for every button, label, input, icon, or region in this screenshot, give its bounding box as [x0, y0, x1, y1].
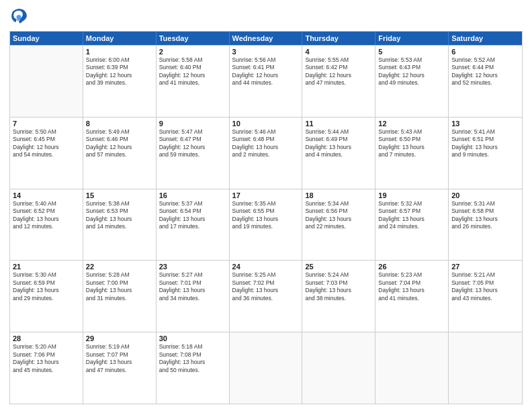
cell-line: Daylight: 13 hours — [13, 359, 80, 366]
cell-line: Sunset: 7:02 PM — [232, 279, 300, 287]
cell-line: Daylight: 13 hours — [86, 216, 153, 223]
cell-line: Sunrise: 5:27 AM — [159, 271, 226, 279]
cell-line: and 49 minutes. — [378, 79, 445, 87]
table-row: 2Sunrise: 5:58 AMSunset: 6:40 PMDaylight… — [157, 46, 230, 117]
cell-line: and 41 minutes. — [378, 295, 445, 302]
cell-line: Sunset: 6:46 PM — [86, 136, 153, 143]
cell-line: Sunrise: 5:23 AM — [378, 271, 445, 279]
table-row: 25Sunrise: 5:24 AMSunset: 7:03 PMDayligh… — [302, 261, 375, 332]
cell-line: Sunset: 6:51 PM — [451, 136, 519, 143]
day-number: 19 — [378, 191, 445, 199]
cell-line: Daylight: 13 hours — [86, 359, 153, 366]
day-number: 21 — [13, 263, 80, 271]
table-row: 6Sunrise: 5:52 AMSunset: 6:44 PMDaylight… — [449, 46, 522, 117]
cell-line: Daylight: 13 hours — [378, 216, 445, 223]
cell-line: Sunset: 6:52 PM — [13, 208, 80, 215]
day-number: 14 — [13, 191, 80, 199]
weekday-header: Sunday — [10, 32, 83, 45]
cell-line: Sunset: 6:41 PM — [232, 64, 300, 71]
table-row — [10, 46, 83, 117]
cell-line: and 50 minutes. — [159, 367, 226, 374]
cell-line: Sunset: 6:59 PM — [13, 279, 80, 287]
day-number: 27 — [451, 263, 519, 271]
cell-line: Daylight: 13 hours — [305, 216, 372, 223]
cell-line: Sunrise: 5:43 AM — [378, 128, 445, 136]
cell-line: and 38 minutes. — [305, 295, 372, 302]
table-row: 28Sunrise: 5:20 AMSunset: 7:06 PMDayligh… — [10, 332, 83, 404]
cell-line: Sunrise: 5:58 AM — [159, 56, 226, 64]
table-row: 1Sunrise: 6:00 AMSunset: 6:39 PMDaylight… — [83, 46, 157, 117]
day-number: 7 — [13, 120, 80, 128]
cell-line: Sunrise: 5:32 AM — [378, 200, 445, 208]
cell-line: Sunset: 6:55 PM — [232, 208, 300, 215]
cell-line: Sunset: 6:58 PM — [451, 208, 519, 215]
table-row: 15Sunrise: 5:38 AMSunset: 6:53 PMDayligh… — [83, 189, 157, 261]
cell-line: Daylight: 13 hours — [232, 216, 300, 223]
day-number: 20 — [451, 191, 519, 199]
cell-line: and 24 minutes. — [378, 223, 445, 230]
cell-line: Sunrise: 5:25 AM — [232, 271, 300, 279]
table-row: 19Sunrise: 5:32 AMSunset: 6:57 PMDayligh… — [375, 189, 449, 261]
cell-line: Sunrise: 5:21 AM — [451, 271, 519, 279]
day-number: 25 — [305, 263, 372, 271]
table-row: 27Sunrise: 5:21 AMSunset: 7:05 PMDayligh… — [449, 261, 522, 332]
cell-line: and 59 minutes. — [159, 151, 226, 158]
cell-line: and 34 minutes. — [159, 295, 226, 302]
cell-line: Daylight: 12 hours — [13, 144, 80, 151]
cell-line: Daylight: 13 hours — [305, 287, 372, 294]
calendar: SundayMondayTuesdayWednesdayThursdayFrid… — [9, 31, 523, 404]
day-number: 18 — [305, 191, 372, 199]
cell-line: Sunrise: 5:55 AM — [305, 56, 372, 64]
cell-line: Sunrise: 5:40 AM — [13, 200, 80, 208]
weekday-header: Thursday — [302, 32, 375, 45]
cell-line: Sunrise: 5:44 AM — [305, 128, 372, 136]
table-row — [230, 332, 303, 404]
day-number: 15 — [86, 191, 153, 199]
cell-line: Daylight: 13 hours — [451, 144, 519, 151]
table-row: 13Sunrise: 5:41 AMSunset: 6:51 PMDayligh… — [449, 118, 522, 189]
cell-line: Sunrise: 5:20 AM — [13, 343, 80, 351]
table-row — [375, 332, 449, 404]
table-row: 21Sunrise: 5:30 AMSunset: 6:59 PMDayligh… — [10, 261, 83, 332]
cell-line: and 29 minutes. — [13, 295, 80, 302]
cell-line: and 52 minutes. — [451, 79, 519, 87]
calendar-row: 1Sunrise: 6:00 AMSunset: 6:39 PMDaylight… — [10, 45, 522, 117]
table-row: 14Sunrise: 5:40 AMSunset: 6:52 PMDayligh… — [10, 189, 83, 261]
cell-line: Daylight: 13 hours — [232, 144, 300, 151]
cell-line: and 43 minutes. — [451, 295, 519, 302]
cell-line: Sunset: 7:08 PM — [159, 351, 226, 359]
cell-line: Sunrise: 5:18 AM — [159, 343, 226, 351]
cell-line: Sunrise: 5:30 AM — [13, 271, 80, 279]
cell-line: and 7 minutes. — [378, 151, 445, 158]
cell-line: Daylight: 13 hours — [159, 359, 226, 366]
cell-line: Daylight: 12 hours — [159, 72, 226, 79]
cell-line: Daylight: 13 hours — [451, 216, 519, 223]
cell-line: and 22 minutes. — [305, 223, 372, 230]
cell-line: and 47 minutes. — [305, 79, 372, 87]
page: SundayMondayTuesdayWednesdayThursdayFrid… — [0, 0, 532, 411]
table-row: 20Sunrise: 5:31 AMSunset: 6:58 PMDayligh… — [449, 189, 522, 261]
day-number: 5 — [378, 48, 445, 56]
table-row: 16Sunrise: 5:37 AMSunset: 6:54 PMDayligh… — [157, 189, 230, 261]
header — [9, 7, 523, 26]
cell-line: and 57 minutes. — [86, 151, 153, 158]
cell-line: Sunrise: 5:37 AM — [159, 200, 226, 208]
day-number: 24 — [232, 263, 300, 271]
day-number: 6 — [451, 48, 519, 56]
cell-line: Daylight: 12 hours — [86, 72, 153, 79]
day-number: 26 — [378, 263, 445, 271]
cell-line: Sunset: 6:42 PM — [305, 64, 372, 71]
table-row: 3Sunrise: 5:56 AMSunset: 6:41 PMDaylight… — [230, 46, 303, 117]
weekday-header: Saturday — [449, 32, 522, 45]
cell-line: Sunset: 7:04 PM — [378, 279, 445, 287]
day-number: 2 — [159, 48, 226, 56]
cell-line: Sunrise: 5:28 AM — [86, 271, 153, 279]
cell-line: Sunset: 6:40 PM — [159, 64, 226, 71]
cell-line: Sunset: 6:53 PM — [86, 208, 153, 215]
cell-line: Sunset: 7:00 PM — [86, 279, 153, 287]
calendar-body: 1Sunrise: 6:00 AMSunset: 6:39 PMDaylight… — [10, 45, 522, 404]
day-number: 9 — [159, 120, 226, 128]
day-number: 3 — [232, 48, 300, 56]
cell-line: Daylight: 12 hours — [159, 144, 226, 151]
table-row: 10Sunrise: 5:46 AMSunset: 6:48 PMDayligh… — [230, 118, 303, 189]
